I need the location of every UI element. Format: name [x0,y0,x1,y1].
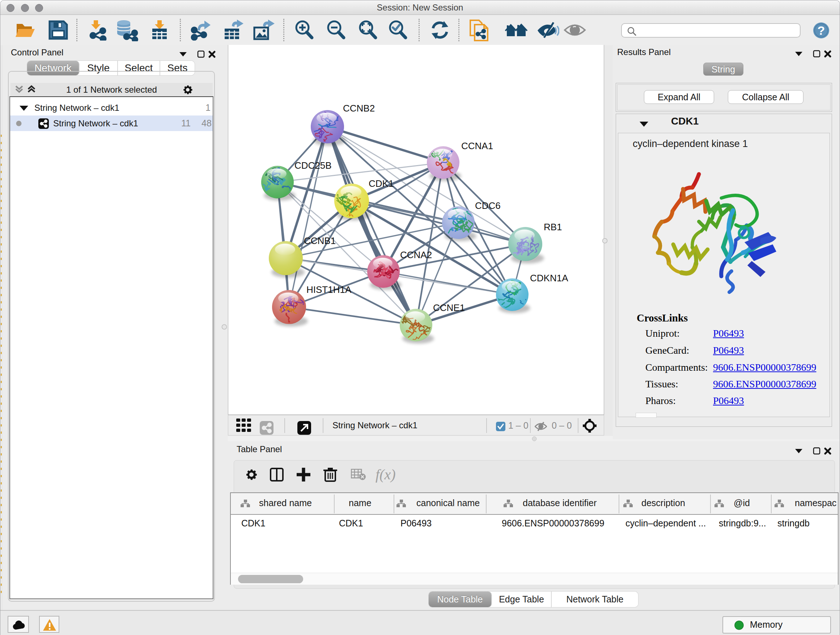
svg-text:CCNA2: CCNA2 [400,249,432,260]
svg-text:CDC25B: CDC25B [294,160,332,171]
svg-text:?: ? [818,24,825,37]
svg-text:CCNE1: CCNE1 [433,302,465,313]
svg-text:CCNB2: CCNB2 [343,103,375,114]
svg-text:RB1: RB1 [544,222,562,233]
svg-text:CDC6: CDC6 [475,200,501,211]
svg-text:CDKN1A: CDKN1A [530,272,568,283]
svg-text:CDK1: CDK1 [369,178,393,189]
svg-text:HIST1H1A: HIST1H1A [306,284,352,295]
svg-text:CCNB1: CCNB1 [304,235,336,246]
svg-text:CCNA1: CCNA1 [461,141,493,151]
